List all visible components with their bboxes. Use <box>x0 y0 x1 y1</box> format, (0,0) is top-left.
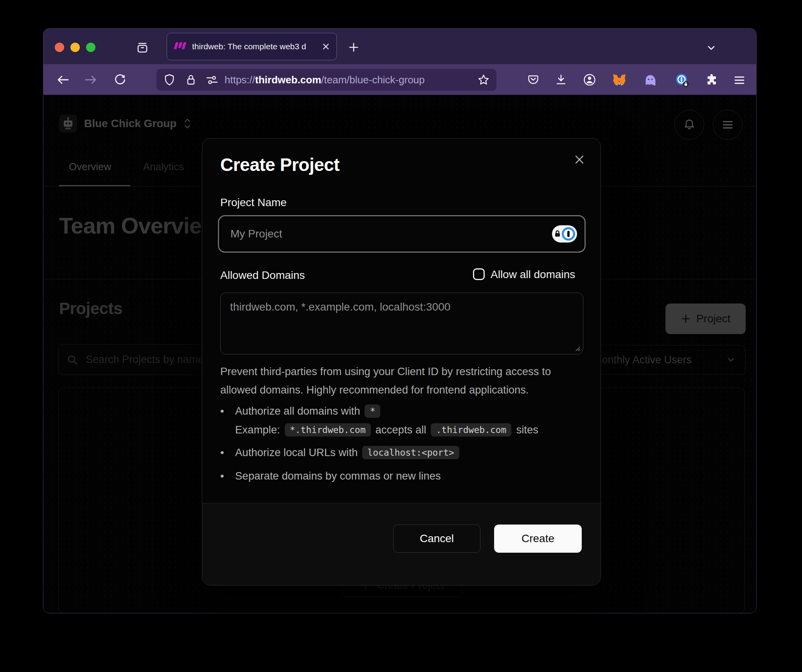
browser-tab[interactable]: thirdweb: The complete web3 d <box>167 33 337 60</box>
tab-close-icon[interactable] <box>322 42 330 51</box>
project-name-label: Project Name <box>220 196 287 209</box>
bullet-example-row: Example: *.thirdweb.com accepts all .thi… <box>220 422 580 438</box>
example-mid-text: accepts all <box>376 424 426 436</box>
url-text: https://thirdweb.com/team/blue-chick-gro… <box>225 74 425 86</box>
thirdweb-favicon-icon <box>173 41 187 52</box>
window-close-button[interactable] <box>55 43 64 52</box>
domains-help-text: Prevent third-parties from using your Cl… <box>220 362 579 399</box>
bullet-dot: • <box>220 405 230 417</box>
url-domain: thirdweb.com <box>255 74 321 86</box>
tab-title: thirdweb: The complete web3 d <box>192 42 318 51</box>
wildcard-code-chip: * <box>365 404 380 418</box>
modal-close-icon[interactable] <box>572 153 586 167</box>
onepassword-ring-icon <box>562 227 575 241</box>
downloads-icon[interactable] <box>554 73 568 87</box>
project-name-field <box>218 215 586 253</box>
url-scheme: https:// <box>225 74 255 86</box>
allowed-domains-label: Allowed Domains <box>220 269 305 282</box>
onepassword-autofill-button[interactable] <box>552 225 577 243</box>
project-name-input[interactable] <box>221 228 552 240</box>
browser-tab-bar: thirdweb: The complete web3 d <box>43 29 756 64</box>
window-zoom-button[interactable] <box>86 43 95 52</box>
bullet-local-urls: • Authorize local URLs with localhost:<p… <box>220 444 580 461</box>
bullet-separate-domains-text: Separate domains by commas or new lines <box>235 470 441 482</box>
pocket-icon[interactable] <box>526 73 541 87</box>
create-project-modal: Create Project Project Name Allowed Doma… <box>202 138 601 586</box>
allow-all-domains-label: Allow all domains <box>491 268 575 281</box>
sidebar-icon[interactable] <box>135 40 149 54</box>
bookmark-star-icon[interactable] <box>478 74 489 86</box>
reload-icon[interactable] <box>113 72 128 87</box>
back-icon[interactable] <box>56 73 70 87</box>
example-prefix: Example: <box>235 424 280 436</box>
bullet-dot: • <box>220 470 230 482</box>
tracking-protection-shield-icon[interactable] <box>164 74 175 86</box>
tab-list-chevron-icon[interactable] <box>704 41 719 55</box>
domains-bullet-list: • Authorize all domains with * Example: … <box>220 403 580 484</box>
example-code-2: .thirdweb.com <box>431 423 511 437</box>
bullet-authorize-all-text: Authorize all domains with <box>235 405 360 417</box>
screenshot-stage: thirdweb: The complete web3 d <box>0 0 802 672</box>
connection-lock-icon[interactable] <box>185 74 196 86</box>
url-bar[interactable]: https://thirdweb.com/team/blue-chick-gro… <box>156 69 496 91</box>
textarea-resize-handle[interactable] <box>574 345 581 352</box>
window-minimize-button[interactable] <box>70 43 80 52</box>
forward-icon[interactable] <box>83 73 98 87</box>
create-button[interactable]: Create <box>494 525 582 553</box>
example-code-1: *.thirdweb.com <box>285 423 371 437</box>
permissions-icon[interactable] <box>206 74 218 86</box>
onepassword-icon[interactable] <box>674 72 690 88</box>
account-icon[interactable] <box>582 72 597 87</box>
bullet-dot: • <box>220 446 230 459</box>
browser-toolbar: https://thirdweb.com/team/blue-chick-gro… <box>43 64 756 95</box>
extensions-puzzle-icon[interactable] <box>704 73 719 87</box>
example-suffix: sites <box>516 424 538 436</box>
phantom-icon[interactable] <box>643 73 658 87</box>
allowed-domains-field <box>220 293 583 354</box>
modal-footer: Cancel Create <box>202 503 601 585</box>
url-path: /team/blue-chick-group <box>321 74 424 86</box>
new-tab-icon[interactable] <box>347 40 361 54</box>
menu-hamburger-icon[interactable] <box>732 73 747 87</box>
bullet-authorize-all: • Authorize all domains with * <box>220 403 580 419</box>
modal-title: Create Project <box>220 154 340 175</box>
metamask-icon[interactable] <box>611 73 627 88</box>
bullet-separate-domains: • Separate domains by commas or new line… <box>220 468 580 484</box>
cancel-button[interactable]: Cancel <box>393 525 480 553</box>
allow-all-domains-checkbox[interactable] <box>473 268 485 280</box>
allowed-domains-textarea[interactable] <box>221 293 583 354</box>
localhost-code-chip: localhost:<port> <box>362 446 459 459</box>
bullet-local-urls-text: Authorize local URLs with <box>235 446 358 459</box>
